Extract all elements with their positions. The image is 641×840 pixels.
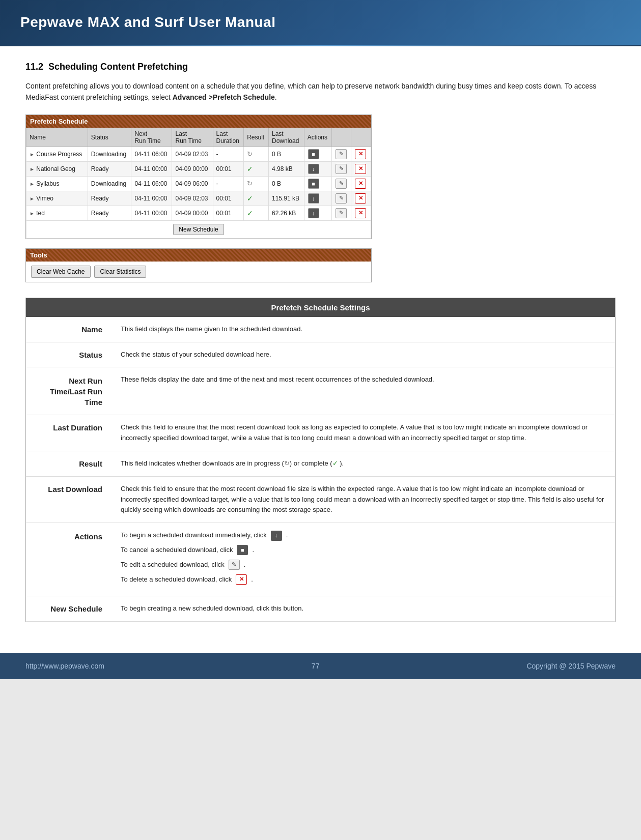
row-status-cell: Ready (88, 191, 131, 206)
table-row: ► National GeogReady04-11 00:0004-09 00:… (26, 161, 371, 176)
download-button[interactable]: ↓ (308, 164, 319, 174)
row-action3-cell[interactable]: ✕ (351, 176, 371, 191)
settings-field-newschedule: New Schedule (26, 596, 113, 622)
clear-statistics-button[interactable]: Clear Statistics (94, 266, 146, 278)
row-action1-cell[interactable]: ■ (304, 176, 331, 191)
new-schedule-cell: New Schedule (26, 220, 371, 238)
delete-button[interactable]: ✕ (355, 193, 366, 204)
row-next-run-cell: 04-11 06:00 (131, 147, 172, 161)
row-duration-cell: 00:01 (213, 191, 244, 206)
row-result-cell: ↻ (244, 176, 269, 191)
action-line-edit-period: . (244, 560, 246, 570)
row-action2-cell[interactable]: ✎ (332, 147, 351, 161)
delete-button[interactable]: ✕ (355, 179, 366, 189)
settings-row-status: Status Check the status of your schedule… (26, 342, 615, 367)
row-status-cell: Downloading (88, 176, 131, 191)
row-status-cell: Ready (88, 161, 131, 176)
col-actions3 (351, 128, 371, 147)
row-next-run-cell: 04-11 00:00 (131, 206, 172, 220)
row-name-cell: ► Vimeo (26, 191, 88, 206)
row-action1-cell[interactable]: ■ (304, 147, 331, 161)
row-lastdl-cell: 62.26 kB (269, 206, 304, 220)
settings-desc-lastdl: Check this field to ensure that the most… (113, 476, 615, 523)
row-result-cell: ✓ (244, 206, 269, 220)
row-last-run-cell: 04-09 06:00 (172, 176, 213, 191)
row-name-cell: ► National Geog (26, 161, 88, 176)
row-duration-cell: - (213, 176, 244, 191)
action-line-edit-text: To edit a scheduled download, click (121, 560, 225, 570)
delete-button[interactable]: ✕ (355, 164, 366, 174)
row-next-run-cell: 04-11 00:00 (131, 161, 172, 176)
stop-button[interactable]: ■ (308, 149, 319, 159)
row-status-cell: Ready (88, 206, 131, 220)
settings-desc-result: This field indicates whether downloads a… (113, 451, 615, 476)
edit-button[interactable]: ✎ (336, 164, 347, 174)
row-action3-cell[interactable]: ✕ (351, 191, 371, 206)
tools-body: Clear Web Cache Clear Statistics (26, 262, 371, 282)
action-line-cancel-text: To cancel a scheduled download, click (121, 545, 233, 556)
main-content: 11.2 Scheduling Content Prefetching Cont… (0, 46, 641, 653)
row-action2-cell[interactable]: ✎ (332, 161, 351, 176)
row-action3-cell[interactable]: ✕ (351, 161, 371, 176)
check-icon: ✓ (247, 165, 253, 173)
table-row: ► Course ProgressDownloading04-11 06:000… (26, 147, 371, 161)
delete-button[interactable]: ✕ (355, 149, 366, 159)
clear-web-cache-button[interactable]: Clear Web Cache (31, 266, 91, 278)
row-last-run-cell: 04-09 00:00 (172, 206, 213, 220)
settings-desc-newschedule: To begin creating a new scheduled downlo… (113, 596, 615, 622)
edit-button[interactable]: ✎ (336, 179, 347, 189)
row-name-cell: ► ted (26, 206, 88, 220)
row-last-run-cell: 04-09 00:00 (172, 161, 213, 176)
action-download-icon: ↓ (271, 531, 282, 541)
action-line-delete-period: . (251, 574, 253, 585)
row-action3-cell[interactable]: ✕ (351, 206, 371, 220)
new-schedule-button[interactable]: New Schedule (173, 224, 224, 235)
edit-button[interactable]: ✎ (336, 149, 347, 159)
settings-row-duration: Last Duration Check this field to ensure… (26, 415, 615, 451)
section-heading: Scheduling Content Prefetching (48, 62, 188, 72)
settings-desc-actions: To begin a scheduled download immediatel… (113, 523, 615, 596)
action-line-delete: To delete a scheduled download, click ✕ … (121, 574, 607, 585)
row-action1-cell[interactable]: ↓ (304, 191, 331, 206)
col-name: Name (26, 128, 88, 147)
edit-button[interactable]: ✎ (336, 208, 347, 218)
row-last-run-cell: 04-09 02:03 (172, 191, 213, 206)
action-line-start-text: To begin a scheduled download immediatel… (121, 530, 267, 541)
result-check-icon: ✓ (332, 459, 338, 467)
edit-button[interactable]: ✎ (336, 193, 347, 204)
row-action2-cell[interactable]: ✎ (332, 206, 351, 220)
spinner-icon: ↻ (247, 180, 253, 187)
section-number: 11.2 (25, 62, 43, 72)
action-line-start-period: . (286, 530, 288, 541)
table-row: ► VimeoReady04-11 00:0004-09 02:0300:01✓… (26, 191, 371, 206)
settings-container: Prefetch Schedule Settings Name This fie… (25, 298, 616, 622)
settings-field-name: Name (26, 317, 113, 342)
row-action2-cell[interactable]: ✎ (332, 176, 351, 191)
delete-button[interactable]: ✕ (355, 208, 366, 218)
settings-field-runtime: Next RunTime/Last RunTime (26, 367, 113, 415)
col-actions: Actions (304, 128, 331, 147)
row-action1-cell[interactable]: ↓ (304, 206, 331, 220)
settings-row-actions: Actions To begin a scheduled download im… (26, 523, 615, 596)
row-action3-cell[interactable]: ✕ (351, 147, 371, 161)
tools-header: Tools (26, 249, 371, 262)
row-duration-cell: 00:01 (213, 206, 244, 220)
col-last-run: LastRun Time (172, 128, 213, 147)
settings-desc-status: Check the status of your scheduled downl… (113, 342, 615, 367)
download-button[interactable]: ↓ (308, 208, 319, 218)
row-action1-cell[interactable]: ↓ (304, 161, 331, 176)
check-icon: ✓ (247, 209, 253, 217)
action-edit-icon: ✎ (229, 560, 240, 570)
row-action2-cell[interactable]: ✎ (332, 191, 351, 206)
col-last-dl: LastDownload (269, 128, 304, 147)
row-duration-cell: 00:01 (213, 161, 244, 176)
row-arrow-icon: ► (30, 196, 35, 201)
settings-table-header: Prefetch Schedule Settings (26, 298, 615, 317)
row-next-run-cell: 04-11 06:00 (131, 176, 172, 191)
download-button[interactable]: ↓ (308, 193, 319, 204)
stop-button[interactable]: ■ (308, 179, 319, 189)
settings-field-lastdl: Last Download (26, 476, 113, 523)
settings-field-duration: Last Duration (26, 415, 113, 451)
settings-table: Name This field displays the name given … (26, 317, 615, 622)
row-duration-cell: - (213, 147, 244, 161)
